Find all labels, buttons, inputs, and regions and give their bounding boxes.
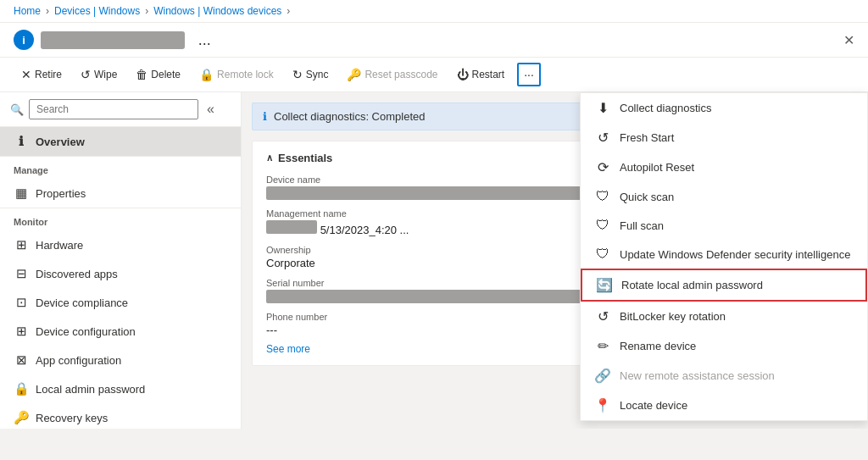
device-configuration-icon: ⊞ xyxy=(14,324,29,339)
breadcrumb: Home › Devices | Windows › Windows | Win… xyxy=(0,0,868,23)
app-configuration-icon: ⊠ xyxy=(14,352,29,368)
dropdown-quick-scan[interactable]: 🛡 Quick scan xyxy=(581,182,867,211)
more-button[interactable]: ··· xyxy=(517,63,541,86)
dropdown-autopilot-reset[interactable]: ⟳ Autopilot Reset xyxy=(581,152,867,182)
dropdown-full-scan[interactable]: 🛡 Full scan xyxy=(581,211,867,240)
sidebar-section-monitor: Monitor xyxy=(0,208,241,230)
sidebar: 🔍 « ℹ Overview Manage ▦ Properties Monit… xyxy=(0,92,242,429)
toolbar: ✕ Retire ↺ Wipe 🗑 Delete 🔒 Remote lock ↻… xyxy=(0,58,868,92)
breadcrumb-home[interactable]: Home xyxy=(14,5,41,17)
autopilot-reset-icon: ⟳ xyxy=(594,159,611,175)
search-icon: 🔍 xyxy=(10,103,24,116)
breadcrumb-sep1: › xyxy=(46,5,49,17)
more-dots-header[interactable]: ... xyxy=(198,31,211,49)
remote-lock-button[interactable]: 🔒 Remote lock xyxy=(192,64,281,86)
management-name-redacted xyxy=(266,220,317,234)
sidebar-item-device-compliance[interactable]: ⊡ Device compliance xyxy=(0,288,241,317)
dropdown-fresh-start[interactable]: ↺ Fresh Start xyxy=(581,123,867,152)
sidebar-collapse-icon[interactable]: « xyxy=(207,102,214,117)
retire-button[interactable]: ✕ Retire xyxy=(14,64,70,86)
sidebar-section-manage: Manage xyxy=(0,156,241,179)
delete-button[interactable]: 🗑 Delete xyxy=(128,64,188,86)
main-layout: 🔍 « ℹ Overview Manage ▦ Properties Monit… xyxy=(0,92,868,429)
search-input[interactable] xyxy=(29,99,198,119)
fresh-start-icon: ↺ xyxy=(594,130,611,146)
sync-icon: ↻ xyxy=(292,68,303,81)
dropdown-bitlocker-rotation[interactable]: ↺ BitLocker key rotation xyxy=(581,302,867,331)
overview-icon: ℹ xyxy=(14,134,29,149)
remote-lock-icon: 🔒 xyxy=(199,68,214,81)
update-defender-icon: 🛡 xyxy=(594,247,611,262)
essentials-chevron[interactable]: ∧ xyxy=(266,152,273,163)
dropdown-rotate-admin-password[interactable]: 🔄 Rotate local admin password xyxy=(581,269,867,302)
sidebar-item-app-configuration[interactable]: ⊠ App configuration xyxy=(0,346,241,374)
reset-passcode-icon: 🔑 xyxy=(347,68,361,81)
reset-passcode-button[interactable]: 🔑 Reset passcode xyxy=(339,64,445,86)
quick-scan-icon: 🛡 xyxy=(594,189,611,204)
retire-icon: ✕ xyxy=(21,68,31,81)
discovered-apps-icon: ⊟ xyxy=(14,266,29,281)
remote-assistance-icon: 🔗 xyxy=(594,368,611,384)
dropdown-menu: ⬇ Collect diagnostics ↺ Fresh Start ⟳ Au… xyxy=(580,92,868,421)
close-button[interactable]: ✕ xyxy=(843,32,854,48)
wipe-button[interactable]: ↺ Wipe xyxy=(73,64,125,86)
sidebar-item-device-configuration[interactable]: ⊞ Device configuration xyxy=(0,317,241,346)
dropdown-collect-diagnostics[interactable]: ⬇ Collect diagnostics xyxy=(581,93,867,123)
full-scan-icon: 🛡 xyxy=(594,218,611,233)
local-admin-icon: 🔒 xyxy=(14,381,29,396)
restart-icon: ⏻ xyxy=(457,68,469,81)
breadcrumb-devices[interactable]: Devices | Windows xyxy=(54,5,140,17)
sidebar-item-recovery-keys[interactable]: 🔑 Recovery keys xyxy=(0,403,241,429)
sidebar-item-discovered-apps[interactable]: ⊟ Discovered apps xyxy=(0,259,241,288)
info-icon: i xyxy=(14,30,34,50)
delete-icon: 🗑 xyxy=(136,68,147,81)
locate-device-icon: 📍 xyxy=(594,397,611,413)
dropdown-update-defender[interactable]: 🛡 Update Windows Defender security intel… xyxy=(581,240,867,269)
sidebar-item-hardware[interactable]: ⊞ Hardware xyxy=(0,230,241,259)
device-title: DESKTOP-ICE0RTD xyxy=(41,31,185,49)
dropdown-locate-device[interactable]: 📍 Locate device xyxy=(581,391,867,420)
hardware-icon: ⊞ xyxy=(14,237,29,252)
sidebar-item-local-admin-password[interactable]: 🔒 Local admin password xyxy=(0,374,241,403)
bitlocker-icon: ↺ xyxy=(594,308,611,324)
sidebar-item-properties[interactable]: ▦ Properties xyxy=(0,179,241,208)
header-row: i DESKTOP-ICE0RTD ... ✕ xyxy=(0,23,868,58)
restart-button[interactable]: ⏻ Restart xyxy=(449,64,513,86)
recovery-keys-icon: 🔑 xyxy=(14,410,29,425)
sidebar-item-overview[interactable]: ℹ Overview xyxy=(0,127,241,156)
wipe-icon: ↺ xyxy=(81,68,91,81)
see-more-link[interactable]: See more xyxy=(266,343,310,355)
dropdown-remote-assistance: 🔗 New remote assistance session xyxy=(581,361,867,391)
management-name-suffix: 5/13/2023_4:20 ... xyxy=(320,224,409,236)
sidebar-search-container: 🔍 « xyxy=(0,92,241,127)
device-compliance-icon: ⊡ xyxy=(14,295,29,310)
dropdown-rename-device[interactable]: ✏ Rename device xyxy=(581,331,867,361)
breadcrumb-sep2: › xyxy=(145,5,148,17)
sync-button[interactable]: ↻ Sync xyxy=(285,64,337,86)
rotate-admin-icon: 🔄 xyxy=(596,277,613,293)
banner-info-icon: ℹ xyxy=(263,110,267,123)
breadcrumb-windows[interactable]: Windows | Windows devices xyxy=(153,5,281,17)
properties-icon: ▦ xyxy=(14,186,29,201)
breadcrumb-sep3: › xyxy=(287,5,290,17)
rename-device-icon: ✏ xyxy=(594,338,611,354)
collect-diagnostics-icon: ⬇ xyxy=(594,100,611,116)
